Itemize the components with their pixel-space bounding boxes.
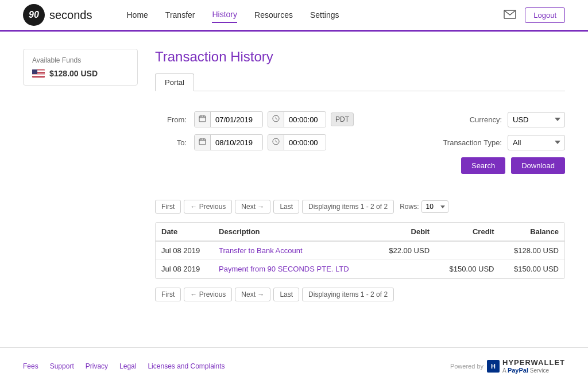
to-date-calendar-icon[interactable] xyxy=(195,135,211,150)
nav-home[interactable]: Home xyxy=(127,7,148,22)
bottom-next-page-button[interactable]: Next → xyxy=(235,288,270,301)
transaction-type-label: Transaction Type: xyxy=(443,138,502,147)
table-body: Jul 08 2019 Transfer to Bank Account $22… xyxy=(156,241,564,278)
to-date-input-wrapper xyxy=(194,134,263,150)
funds-amount: $128.00 USD xyxy=(32,69,129,78)
mail-icon[interactable] xyxy=(504,10,516,21)
from-date-input-wrapper xyxy=(194,111,263,127)
sidebar: Available Funds $128.00 USD xyxy=(23,49,138,330)
col-header-description: Description xyxy=(213,223,376,241)
content-area: Transaction History Portal From: xyxy=(155,49,565,330)
from-date-field[interactable] xyxy=(211,113,262,127)
col-header-credit: Credit xyxy=(435,223,500,241)
bottom-last-page-button[interactable]: Last xyxy=(273,288,299,301)
tab-portal[interactable]: Portal xyxy=(155,73,194,91)
nav-transfer[interactable]: Transfer xyxy=(165,7,195,22)
currency-section: Currency: USD EUR GBP CAD xyxy=(470,112,565,127)
bottom-first-page-button[interactable]: First xyxy=(155,288,181,301)
rows-label: Rows: xyxy=(400,203,419,211)
transaction-type-select[interactable]: All Debit Credit xyxy=(508,135,565,150)
table-header: Date Description Debit Credit Balance xyxy=(156,223,564,241)
download-button[interactable]: Download xyxy=(511,157,565,174)
last-page-button[interactable]: Last xyxy=(273,200,299,214)
form-buttons: Search Download xyxy=(155,157,565,174)
from-date-calendar-icon[interactable] xyxy=(195,112,211,127)
row1-description-link[interactable]: Transfer to Bank Account xyxy=(219,246,302,255)
svg-line-14 xyxy=(276,142,278,143)
page-display-info: Displaying items 1 - 2 of 2 xyxy=(302,200,394,214)
first-page-button[interactable]: First xyxy=(155,200,181,214)
footer-licenses-link[interactable]: Licenses and Complaints xyxy=(148,362,225,370)
nav-history[interactable]: History xyxy=(212,7,237,23)
from-time-clock-icon[interactable] xyxy=(268,112,284,127)
logo[interactable]: 90 seconds xyxy=(23,4,92,26)
tabs-bar: Portal xyxy=(155,73,565,91)
to-label: To: xyxy=(155,138,187,147)
to-date-field[interactable] xyxy=(211,135,262,150)
prev-page-button[interactable]: ← Previous xyxy=(184,200,232,214)
footer-support-link[interactable]: Support xyxy=(50,362,74,370)
nav-resources[interactable]: Resources xyxy=(254,7,293,22)
filter-form: From: PDT xyxy=(155,106,565,185)
pagination-top: First ← Previous Next → Last Displaying … xyxy=(155,200,565,214)
paypal-text: PayPal xyxy=(508,367,528,374)
hyperwallet-icon: H xyxy=(487,360,500,373)
col-header-debit: Debit xyxy=(376,223,435,241)
next-page-button[interactable]: Next → xyxy=(235,200,270,214)
to-time-input-wrapper xyxy=(268,134,326,150)
footer-fees-link[interactable]: Fees xyxy=(23,362,38,370)
row1-date: Jul 08 2019 xyxy=(156,241,213,260)
available-funds-label: Available Funds xyxy=(32,56,129,64)
table-row: Jul 08 2019 Payment from 90 SECONDS PTE.… xyxy=(156,260,564,278)
rows-per-page-select[interactable]: 10 25 50 100 xyxy=(421,200,448,213)
footer-privacy-link[interactable]: Privacy xyxy=(86,362,108,370)
timezone-badge: PDT xyxy=(331,113,354,126)
main-content: Available Funds $128.00 USD Transaction … xyxy=(0,32,588,347)
footer-brand: Powered by H HYPERWALLET A PayPal Servic… xyxy=(450,358,565,374)
logo-icon: 90 xyxy=(23,4,45,26)
to-time-clock-icon[interactable] xyxy=(268,135,284,150)
row2-debit xyxy=(376,260,435,278)
row1-description: Transfer to Bank Account xyxy=(213,241,376,260)
from-time-field[interactable] xyxy=(284,113,326,127)
footer-legal-link[interactable]: Legal xyxy=(119,362,136,370)
us-flag-icon xyxy=(32,69,45,78)
footer: Fees Support Privacy Legal Licenses and … xyxy=(0,347,588,380)
hyperwallet-logo: H HYPERWALLET A PayPal Service xyxy=(487,358,565,374)
to-time-field[interactable] xyxy=(284,135,326,150)
hyperwallet-sub-brand: A PayPal Service xyxy=(502,367,565,374)
bottom-prev-page-button[interactable]: ← Previous xyxy=(184,288,232,301)
from-time-input-wrapper xyxy=(268,111,326,127)
available-funds-card: Available Funds $128.00 USD xyxy=(23,49,138,86)
currency-select[interactable]: USD EUR GBP CAD xyxy=(508,112,565,127)
footer-links: Fees Support Privacy Legal Licenses and … xyxy=(23,362,225,370)
main-nav: Home Transfer History Resources Settings xyxy=(127,7,504,23)
col-header-balance: Balance xyxy=(500,223,564,241)
powered-by-text: Powered by xyxy=(450,363,483,370)
transactions-table-wrapper: Date Description Debit Credit Balance Ju… xyxy=(155,222,565,279)
header: 90 seconds Home Transfer History Resourc… xyxy=(0,0,588,32)
search-button[interactable]: Search xyxy=(461,157,505,174)
row2-description: Payment from 90 SECONDS PTE. LTD xyxy=(213,260,376,278)
hyperwallet-brand-name: HYPERWALLET xyxy=(502,358,565,367)
logout-button[interactable]: Logout xyxy=(525,7,565,23)
row2-balance: $150.00 USD xyxy=(500,260,564,278)
bottom-page-display-info: Displaying items 1 - 2 of 2 xyxy=(302,288,394,301)
logo-text: seconds xyxy=(49,9,92,22)
row1-credit xyxy=(435,241,500,260)
transaction-type-section: Transaction Type: All Debit Credit xyxy=(443,135,565,150)
page-title: Transaction History xyxy=(155,49,565,65)
header-actions: Logout xyxy=(504,7,565,23)
pagination-bottom: First ← Previous Next → Last Displaying … xyxy=(155,288,565,301)
row2-credit: $150.00 USD xyxy=(435,260,500,278)
from-label: From: xyxy=(155,115,187,124)
svg-line-7 xyxy=(276,119,278,120)
svg-rect-1 xyxy=(199,116,206,122)
transactions-table: Date Description Debit Credit Balance Ju… xyxy=(156,223,564,278)
svg-rect-8 xyxy=(199,139,206,145)
funds-value: $128.00 USD xyxy=(49,69,98,78)
nav-settings[interactable]: Settings xyxy=(310,7,339,22)
currency-label: Currency: xyxy=(470,115,502,124)
table-row: Jul 08 2019 Transfer to Bank Account $22… xyxy=(156,241,564,260)
row2-description-link[interactable]: Payment from 90 SECONDS PTE. LTD xyxy=(219,265,349,273)
